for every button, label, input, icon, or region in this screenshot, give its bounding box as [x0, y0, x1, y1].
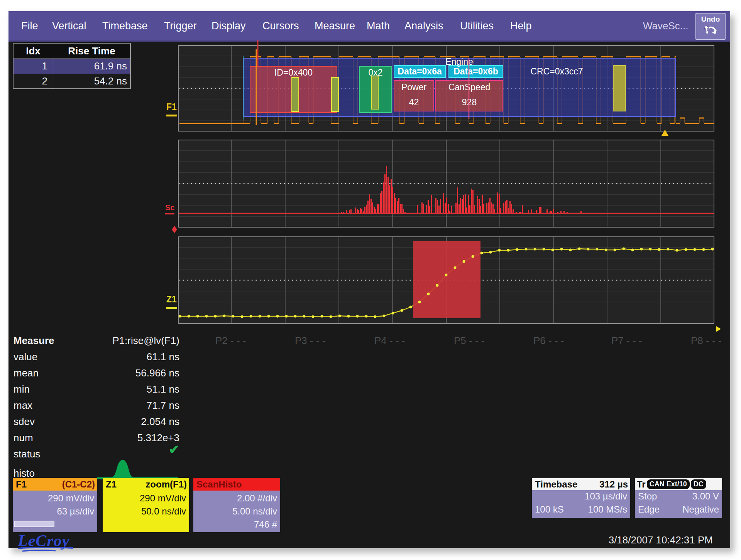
- trigger-mode: Stop: [638, 491, 657, 502]
- measure-row-value: 71.7 ns: [69, 400, 179, 412]
- measure-row-label: sdev: [14, 416, 35, 428]
- param-column-header: P2 - - -: [215, 335, 246, 347]
- trigger-type: Edge: [638, 504, 660, 515]
- measure-row-value: 51.1 ns: [69, 383, 179, 395]
- histogram-level-marker[interactable]: [172, 226, 177, 233]
- descriptor-z1-title: Z1: [106, 479, 117, 490]
- measure-row-label: status: [14, 448, 40, 460]
- descriptor-f1-source: (C1-C2): [62, 479, 95, 490]
- descriptor-timebase-title: Timebase: [535, 479, 577, 490]
- descriptor-trigger-title: Tr: [637, 479, 646, 490]
- lecroy-scope-screenshot: WaveSc... FileVerticalTimebaseTriggerDis…: [0, 0, 741, 560]
- offscreen-right-marker[interactable]: [716, 326, 721, 332]
- measure-row-value: 61.1 ns: [69, 351, 179, 363]
- status-check-icon: ✔: [116, 442, 179, 457]
- descriptor-trigger[interactable]: Tr CAN Ext/10 DC Stop 3.00 V Edge Negati…: [635, 478, 722, 518]
- measure-row-label: max: [14, 400, 32, 412]
- param-column-header: P6 - - -: [533, 335, 564, 347]
- descriptor-timebase-scale: 103 µs/div: [585, 491, 627, 502]
- trigger-source-pill: CAN Ext/10: [647, 479, 690, 489]
- measure-row-value: 56.966 ns: [69, 367, 179, 379]
- descriptor-f1-title: F1: [16, 479, 27, 490]
- param-column-header: P3 - - -: [295, 335, 325, 347]
- param-column-header: P7 - - -: [611, 335, 642, 347]
- descriptor-scanhisto[interactable]: ScanHisto 2.00 #/div 5.00 ns/div 746 #: [193, 478, 280, 532]
- descriptor-z1-vscale: 290 mV/div: [140, 493, 186, 504]
- descriptor-f1-vscale: 290 mV/div: [48, 493, 94, 504]
- descriptor-scanhisto-title: ScanHisto: [196, 479, 242, 490]
- descriptor-timebase-samplerate: 100 MS/s: [588, 504, 627, 515]
- trigger-coupling-pill: DC: [691, 479, 706, 489]
- descriptor-z1[interactable]: Z1 zoom(F1) 290 mV/div 50.0 ns/div: [103, 478, 189, 532]
- measure-histicon: [97, 459, 178, 480]
- descriptor-scanhisto-vscale: 2.00 #/div: [237, 493, 277, 504]
- descriptor-f1-progress: [14, 521, 54, 527]
- measure-row-label: num: [14, 432, 33, 444]
- measure-row-value: P1:rise@lv(F1): [69, 335, 179, 347]
- datetime-label: 3/18/2007 10:42:31 PM: [540, 534, 713, 546]
- descriptor-timebase[interactable]: Timebase 312 µs 103 µs/div 100 kS 100 MS…: [532, 478, 630, 518]
- measure-row-label: Measure: [14, 335, 54, 347]
- measure-row-label: value: [14, 351, 37, 363]
- descriptor-z1-source: zoom(F1): [145, 479, 187, 490]
- param-column-header: P5 - - -: [454, 335, 484, 347]
- measure-row-label: mean: [14, 367, 39, 379]
- param-column-header: P4 - - -: [374, 335, 405, 347]
- lecroy-logo-underline: [17, 547, 75, 552]
- descriptor-timebase-value: 312 µs: [599, 479, 628, 490]
- trigger-position-marker[interactable]: [661, 130, 668, 136]
- trigger-slope: Negative: [682, 504, 719, 515]
- descriptor-scanhisto-population: 746 #: [254, 519, 277, 530]
- descriptor-timebase-samples: 100 kS: [535, 504, 564, 515]
- descriptor-scanhisto-hscale: 5.00 ns/div: [232, 506, 277, 517]
- param-column-header: P8 - - -: [691, 335, 721, 347]
- measure-row-label: min: [14, 383, 30, 395]
- trigger-level: 3.00 V: [692, 491, 719, 502]
- descriptor-f1-hscale: 63 µs/div: [57, 506, 94, 517]
- descriptor-z1-hscale: 50.0 ns/div: [141, 506, 186, 517]
- measure-row-value: 2.054 ns: [69, 416, 179, 428]
- descriptor-f1[interactable]: F1 (C1-C2) 290 mV/div 63 µs/div: [13, 478, 97, 532]
